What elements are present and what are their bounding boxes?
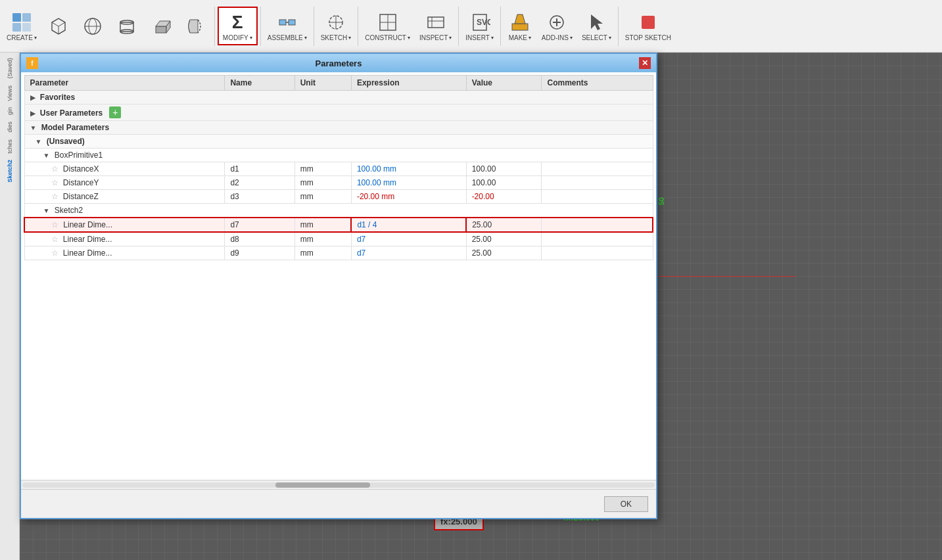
expr-d9[interactable]: d7 bbox=[351, 246, 466, 260]
star-d7-icon[interactable]: ☆ bbox=[51, 220, 59, 229]
expand-user-params-icon: ▶ bbox=[30, 110, 35, 117]
svg-rect-17 bbox=[279, 20, 286, 25]
table-row[interactable]: ☆ Linear Dime... d8 mm d7 25.00 bbox=[24, 232, 653, 246]
left-panel-saved[interactable]: (Saved) bbox=[5, 55, 14, 82]
create-icon bbox=[10, 11, 34, 34]
expand-boxprimitive-icon: ▼ bbox=[43, 152, 50, 159]
table-row[interactable]: ☆ Linear Dime... d9 mm d7 25.00 bbox=[24, 246, 653, 260]
table-row[interactable]: ☆ DistanceZ d3 mm -20.00 mm -20.00 bbox=[24, 190, 653, 204]
dialog-title: Parameters bbox=[316, 58, 362, 68]
star-distancex-icon[interactable]: ☆ bbox=[51, 164, 59, 174]
star-d8-icon[interactable]: ☆ bbox=[51, 235, 59, 244]
expr-distancex[interactable]: 100.00 mm bbox=[351, 162, 466, 176]
section-user-parameters-label: ▶ User Parameters + bbox=[24, 105, 653, 121]
col-header-value: Value bbox=[466, 76, 542, 91]
add-user-param-btn[interactable]: + bbox=[109, 106, 121, 118]
sep1 bbox=[214, 7, 215, 46]
expr-distancey[interactable]: 100.00 mm bbox=[351, 176, 466, 190]
assemble-icon bbox=[275, 11, 299, 34]
sep5 bbox=[458, 7, 459, 46]
inspect-label: INSPECT ▾ bbox=[419, 34, 452, 41]
section-unsaved[interactable]: ▼ (Unsaved) bbox=[24, 135, 653, 149]
sphere-btn[interactable] bbox=[76, 12, 109, 41]
inspect-icon bbox=[424, 11, 448, 34]
star-distancey-icon[interactable]: ☆ bbox=[51, 178, 59, 187]
make-btn[interactable]: MAKE ▾ bbox=[504, 8, 536, 44]
params-table: Parameter Name Unit Expression Value Com… bbox=[24, 75, 653, 260]
left-panel-sketches[interactable]: tches bbox=[5, 137, 14, 156]
section-favorites[interactable]: ▶ Favorites bbox=[24, 91, 653, 105]
param-lineardime-d7: ☆ Linear Dime... bbox=[24, 218, 225, 232]
name-d7: d7 bbox=[225, 218, 294, 232]
select-btn[interactable]: SELECT ▾ bbox=[578, 8, 615, 44]
dialog-close-btn[interactable]: ✕ bbox=[639, 57, 651, 69]
dialog-app-icon: f bbox=[26, 57, 38, 69]
expand-unsaved-icon: ▼ bbox=[35, 138, 42, 145]
modify-label: MODIFY ▾ bbox=[223, 34, 252, 41]
expand-model-params-icon: ▼ bbox=[30, 124, 37, 131]
revolve-icon bbox=[183, 14, 207, 38]
svg-rect-14 bbox=[156, 26, 166, 33]
revolve-btn[interactable] bbox=[179, 12, 212, 41]
addins-btn[interactable]: ADD-INS ▾ bbox=[538, 8, 577, 44]
make-label: MAKE ▾ bbox=[509, 34, 531, 41]
param-distancex: ☆ DistanceX bbox=[24, 162, 225, 176]
expr-distancez[interactable]: -20.00 mm bbox=[351, 190, 466, 204]
table-row[interactable]: ☆ DistanceY d2 mm 100.00 mm 100.00 bbox=[24, 176, 653, 190]
horizontal-scrollbar[interactable] bbox=[21, 480, 656, 489]
select-label: SELECT ▾ bbox=[582, 34, 611, 41]
expr-d7[interactable]: d1 / 4 bbox=[351, 218, 466, 232]
left-panel-bodies[interactable]: dies bbox=[5, 119, 14, 135]
section-boxprimitive1-label: ▼ BoxPrimitive1 bbox=[24, 149, 653, 162]
comments-d8 bbox=[542, 232, 653, 246]
scrollbar-thumb[interactable] bbox=[275, 482, 370, 488]
section-sketch2-label: ▼ Sketch2 bbox=[24, 204, 653, 218]
table-row[interactable]: ☆ DistanceX d1 mm 100.00 mm 100.00 bbox=[24, 162, 653, 176]
sketch-btn[interactable]: SKETCH ▾ bbox=[317, 8, 356, 44]
ok-button[interactable]: OK bbox=[604, 496, 648, 512]
toolbar: CREATE ▾ bbox=[0, 0, 942, 53]
box3d-btn[interactable] bbox=[42, 12, 75, 41]
insert-label: INSERT ▾ bbox=[465, 34, 494, 41]
expr-d8[interactable]: d7 bbox=[351, 232, 466, 246]
extrude-btn[interactable] bbox=[145, 12, 177, 41]
table-header-row: Parameter Name Unit Expression Value Com… bbox=[24, 76, 653, 91]
name-d8: d8 bbox=[225, 232, 294, 246]
scrollbar-track[interactable] bbox=[22, 482, 655, 488]
param-lineardime-d8: ☆ Linear Dime... bbox=[24, 232, 225, 246]
section-model-parameters[interactable]: ▼ Model Parameters bbox=[24, 121, 653, 135]
star-d9-icon[interactable]: ☆ bbox=[51, 248, 59, 258]
stop-sketch-btn[interactable]: STOP SKETCH bbox=[621, 8, 675, 44]
insert-btn[interactable]: SVG INSERT ▾ bbox=[461, 8, 498, 44]
table-row[interactable]: ☆ Linear Dime... d7 mm d1 / 4 25.00 bbox=[24, 218, 653, 232]
construct-btn[interactable]: CONSTRUCT ▾ bbox=[361, 8, 414, 44]
sigma-icon: Σ bbox=[225, 11, 249, 34]
parameters-btn[interactable]: Σ MODIFY ▾ bbox=[218, 7, 258, 45]
create-btn[interactable]: CREATE ▾ bbox=[3, 8, 41, 44]
sketch-label: SKETCH ▾ bbox=[321, 34, 352, 41]
svg-line-5 bbox=[52, 22, 59, 26]
left-panel-sketch2[interactable]: Sketch2 bbox=[5, 157, 14, 185]
section-user-parameters[interactable]: ▶ User Parameters + bbox=[24, 105, 653, 121]
assemble-btn[interactable]: ASSEMBLE ▾ bbox=[264, 8, 311, 44]
star-distancez-icon[interactable]: ☆ bbox=[51, 192, 59, 201]
sketch-icon bbox=[324, 11, 348, 34]
sep6 bbox=[500, 7, 501, 46]
box3d-icon bbox=[47, 14, 70, 38]
params-table-container[interactable]: Parameter Name Unit Expression Value Com… bbox=[21, 72, 656, 480]
section-sketch2[interactable]: ▼ Sketch2 bbox=[24, 204, 653, 218]
left-panel-views[interactable]: Views bbox=[5, 83, 14, 104]
param-distancey: ☆ DistanceY bbox=[24, 176, 225, 190]
name-distancex: d1 bbox=[225, 162, 294, 176]
sep7 bbox=[618, 7, 619, 46]
comments-distancey bbox=[542, 176, 653, 190]
section-boxprimitive1[interactable]: ▼ BoxPrimitive1 bbox=[24, 149, 653, 162]
left-panel-origin[interactable]: gin bbox=[5, 105, 14, 118]
comments-d9 bbox=[542, 246, 653, 260]
cylinder-btn[interactable] bbox=[110, 12, 143, 41]
value-d9: 25.00 bbox=[466, 246, 542, 260]
comments-d7 bbox=[542, 218, 653, 232]
inspect-btn[interactable]: INSPECT ▾ bbox=[415, 8, 456, 44]
name-distancez: d3 bbox=[225, 190, 294, 204]
svg-marker-36 bbox=[591, 14, 603, 30]
